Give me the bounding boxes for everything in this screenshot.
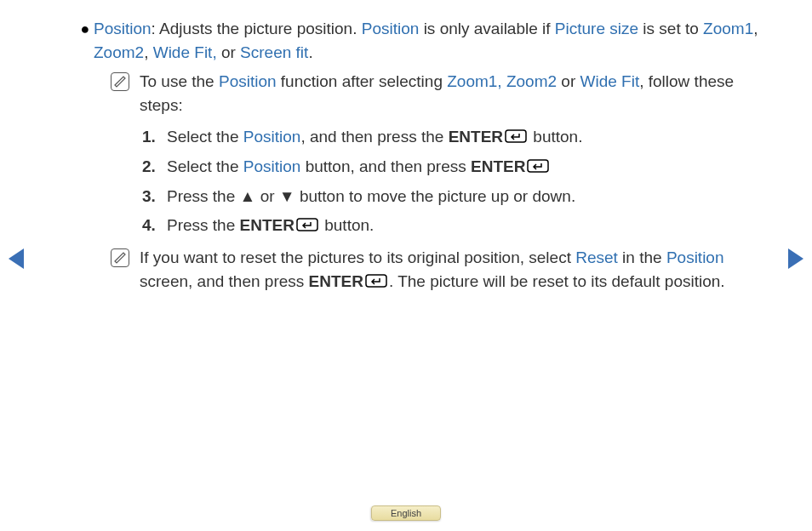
note-text: If you want to reset the pictures to its… xyxy=(140,246,761,294)
prev-page-arrow[interactable] xyxy=(9,248,24,269)
page-content: ● Position: Adjusts the picture position… xyxy=(77,17,761,300)
term-picture-size: Picture size xyxy=(555,20,638,37)
next-page-arrow[interactable] xyxy=(788,248,803,269)
enter-label: ENTER xyxy=(240,216,294,234)
enter-label: ENTER xyxy=(449,128,503,146)
term-zoom12: Zoom1, Zoom2 xyxy=(447,72,557,90)
bullet-marker: ● xyxy=(77,17,94,41)
language-button[interactable]: English xyxy=(371,505,441,521)
enter-icon xyxy=(527,153,549,182)
term-screen-fit: Screen fit xyxy=(240,43,308,61)
term-wide-fit: Wide Fit xyxy=(580,72,640,90)
note-text: To use the Position function after selec… xyxy=(140,70,761,117)
term-position: Position xyxy=(666,248,724,266)
enter-icon xyxy=(296,212,318,241)
bullet-item: ● Position: Adjusts the picture position… xyxy=(77,17,761,65)
svg-rect-1 xyxy=(528,160,548,172)
step-1: Select the Position, and then press the … xyxy=(160,123,761,152)
svg-rect-2 xyxy=(297,219,317,231)
enter-icon xyxy=(365,271,387,294)
steps-list: Select the Position, and then press the … xyxy=(136,123,761,241)
note-icon xyxy=(111,72,129,91)
term-wide-fit: Wide Fit, xyxy=(153,43,217,61)
term-position: Position xyxy=(219,72,277,90)
note-block: If you want to reset the pictures to its… xyxy=(111,246,761,294)
note-block: To use the Position function after selec… xyxy=(111,70,761,117)
term-zoom1: Zoom1 xyxy=(703,20,753,37)
term-position: Position xyxy=(243,128,301,146)
svg-rect-3 xyxy=(366,275,386,287)
enter-label: ENTER xyxy=(471,157,525,175)
step-2: Select the Position button, and then pre… xyxy=(160,152,761,182)
term-position: Position xyxy=(362,20,420,37)
svg-rect-0 xyxy=(506,130,526,142)
term-reset: Reset xyxy=(575,248,618,266)
step-3: Press the ▲ or ▼ button to move the pict… xyxy=(160,182,761,211)
step-4: Press the ENTER button. xyxy=(160,211,761,241)
term-position: Position xyxy=(94,20,152,37)
up-arrow-icon: ▲ xyxy=(240,182,256,211)
enter-icon xyxy=(505,123,527,152)
enter-label: ENTER xyxy=(309,272,363,290)
term-zoom2: Zoom2 xyxy=(94,43,144,61)
term-position: Position xyxy=(243,157,301,175)
note-icon xyxy=(111,248,129,267)
bullet-text: Position: Adjusts the picture position. … xyxy=(94,17,761,65)
down-arrow-icon: ▼ xyxy=(279,182,295,211)
